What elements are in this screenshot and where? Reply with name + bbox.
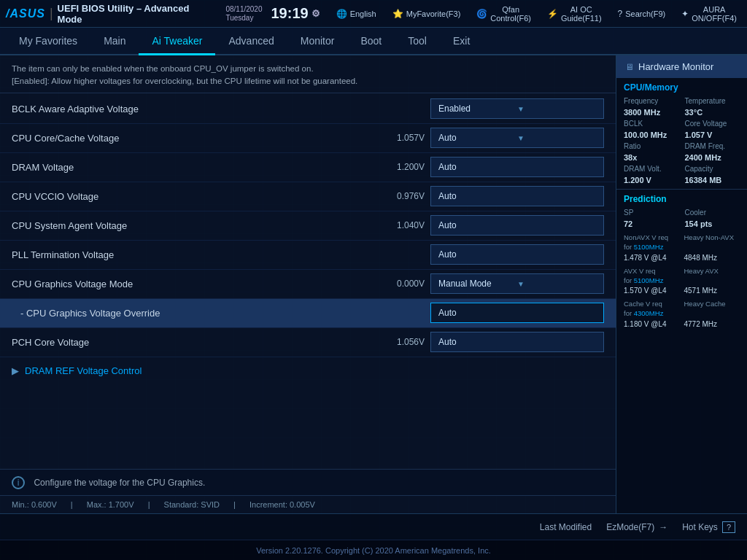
nav-aitweaker[interactable]: Ai Tweaker [139,28,215,55]
question-icon: ? [722,521,735,533]
setting-dram-voltage: DRAM Voltage 1.200V Auto [0,153,616,182]
cpu-system-agent-input[interactable]: Auto [430,215,604,236]
spec-max: Max.: 1.700V [87,500,134,509]
dramvolt-value: 1.200 V [624,176,679,184]
hw-monitor-title: 🖥 Hardware Monitor [616,55,747,78]
pll-termination-input[interactable]: Auto [430,244,604,265]
ratio-label: Ratio [624,142,679,150]
info-text: The item can only be enabled when the on… [0,55,616,93]
dram-voltage-value: 1.200V [381,162,430,172]
nonavx-req-label: NonAVX V req for 5100MHz [624,233,680,252]
avx-heavy-val: 4571 MHz [684,287,740,295]
nav-main[interactable]: Main [90,28,139,55]
prediction-title: Prediction [624,194,740,204]
nonavx-row: NonAVX V req for 5100MHz Heavy Non-AVX 1… [624,233,740,262]
dropdown-arrow-icon3: ▼ [517,280,596,288]
capacity-value: 16384 MB [685,176,740,184]
nav-exit[interactable]: Exit [440,28,483,55]
dropdown-arrow-icon: ▼ [517,105,596,113]
spec-separator1: | [71,500,73,509]
pch-core-input[interactable]: Auto [430,332,604,352]
dramvolt-label: DRAM Volt. [624,165,679,173]
setting-cpu-core-cache: CPU Core/Cache Voltage 1.057V Auto ▼ [0,124,616,153]
gear-icon[interactable]: ⚙ [311,8,320,19]
dram-ref-voltage-expand[interactable]: ▶ DRAM REF Voltage Control [0,357,616,385]
cpu-system-agent-label: CPU System Agent Voltage [12,220,381,231]
spec-separator3: | [233,500,236,509]
sp-cooler-grid: SP Cooler 72 154 pts [624,209,740,228]
version-bar: Version 2.20.1276. Copyright (C) 2020 Am… [0,540,747,560]
aioc-button[interactable]: ⚡ AI OC Guide(F11) [543,4,606,24]
pch-core-label: PCH Core Voltage [12,337,381,348]
setting-cpu-graphics-mode: CPU Graphics Voltage Mode 0.000V Manual … [0,270,616,299]
fan-icon: 🌀 [476,9,487,19]
search-icon: ? [618,9,623,19]
cpu-graphics-override-input-value: Auto [438,308,457,318]
spec-separator2: | [148,500,150,509]
qfan-button[interactable]: 🌀 Qfan Control(F6) [472,4,535,24]
sp-value: 72 [624,219,679,228]
expand-arrow-icon: ▶ [12,365,19,376]
dram-voltage-input-value: Auto [438,162,457,172]
search-button[interactable]: ? Search(F9) [614,4,670,24]
temp-value: 33°C [685,108,740,117]
cache-freq: 4300MHz [634,309,664,317]
hot-keys-button[interactable]: Hot Keys ? [682,521,735,533]
avx-row: AVX V req for 5100MHz Heavy AVX 1.570 V … [624,266,740,295]
dram-voltage-input[interactable]: Auto [430,157,604,177]
right-panel: 🖥 Hardware Monitor CPU/Memory Frequency … [616,55,747,513]
info-line1: The item can only be enabled when the on… [12,64,314,73]
clock: 19:19 [271,5,309,22]
cpu-graphics-mode-value: 0.000V [381,279,430,289]
last-modified-button[interactable]: Last Modified [540,522,592,532]
cpu-graphics-mode-dropdown[interactable]: Manual Mode ▼ [430,273,604,294]
aura-button[interactable]: ✦ AURA ON/OFF(F4) [677,4,741,24]
cache-heavy-label: Heavy Cache [684,299,740,319]
cpu-graphics-mode-label: CPU Graphics Voltage Mode [12,279,381,289]
bclk-value: 100.00 MHz [624,131,679,139]
hot-keys-label: Hot Keys [682,522,718,532]
freq-label: Frequency [624,97,679,105]
bclk-aware-dropdown[interactable]: Enabled ▼ [430,98,604,119]
cpu-vccio-label: CPU VCCIO Voltage [12,191,381,202]
nav-boot[interactable]: Boot [347,28,395,55]
topbar: /ASUS | UEFI BIOS Utility – Advanced Mod… [0,0,747,28]
main-panel: The item can only be enabled when the on… [0,55,616,513]
bottom-bar: Last Modified EzMode(F7) → Hot Keys ? [0,513,747,540]
cpu-system-agent-input-value: Auto [438,220,457,230]
english-button[interactable]: 🌐 English [332,4,381,24]
nav-monitor[interactable]: Monitor [287,28,348,55]
logo-asus: /ASUS [6,7,45,20]
nav-tool[interactable]: Tool [395,28,440,55]
settings-list: BCLK Aware Adaptive Voltage Enabled ▼ CP… [0,93,616,470]
myfavorite-button[interactable]: ⭐ MyFavorite(F3) [388,4,465,24]
ratio-value: 38x [624,153,679,162]
freq-value: 3800 MHz [624,108,679,117]
cooler-label: Cooler [685,209,740,217]
ez-mode-button[interactable]: EzMode(F7) → [606,522,667,532]
avx-freq: 5100MHz [634,276,664,284]
setting-pll-termination: PLL Termination Voltage Auto [0,241,616,270]
qfan-label: Qfan Control(F6) [490,5,531,23]
nav-advanced[interactable]: Advanced [215,28,287,55]
cpu-memory-title: CPU/Memory [624,82,740,93]
spec-increment: Increment: 0.005V [249,500,315,509]
cpu-core-cache-value: 1.057V [381,133,430,143]
cpu-core-cache-dropdown[interactable]: Auto ▼ [430,128,604,148]
cpu-vccio-input[interactable]: Auto [430,186,604,206]
search-label: Search(F9) [625,9,665,18]
avx-req-label: AVX V req for 5100MHz [624,266,680,286]
day-display: Tuesday [225,14,262,23]
pch-core-input-value: Auto [438,337,457,347]
cpu-memory-section: CPU/Memory Frequency Temperature 3800 MH… [616,78,747,190]
nav-myfavorites[interactable]: My Favorites [6,28,90,55]
prediction-section: Prediction SP Cooler 72 154 pts NonAVX V… [616,190,747,513]
cpu-memory-grid: Frequency Temperature 3800 MHz 33°C BCLK… [624,97,740,184]
cpu-graphics-override-input[interactable]: Auto [430,303,604,323]
aioc-label: AI OC Guide(F11) [561,5,602,23]
cooler-value: 154 pts [685,219,740,228]
content-area: The item can only be enabled when the on… [0,55,747,513]
spec-min: Min.: 0.600V [12,500,57,509]
cache-heavy-val: 4772 MHz [684,320,740,328]
bclk-aware-label: BCLK Aware Adaptive Voltage [12,104,381,114]
